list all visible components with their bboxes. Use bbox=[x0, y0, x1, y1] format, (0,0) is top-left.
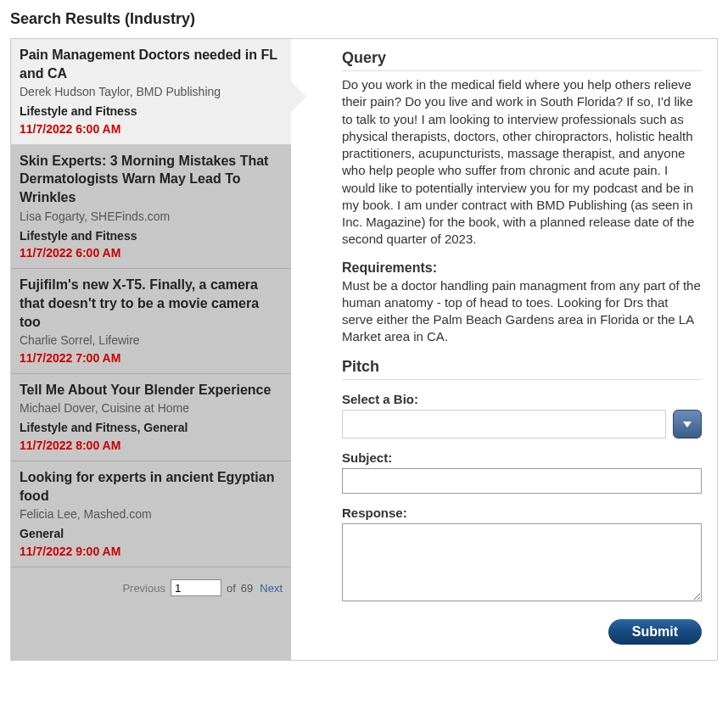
pager-of-label: of bbox=[227, 582, 236, 595]
result-date: 11/7/2022 8:00 AM bbox=[20, 438, 283, 454]
pager-total-pages: 69 bbox=[241, 582, 253, 595]
subject-label: Subject: bbox=[342, 450, 702, 465]
pitch-heading: Pitch bbox=[342, 358, 702, 380]
result-title: Looking for experts in ancient Egyptian … bbox=[20, 468, 283, 505]
result-tags: General bbox=[20, 526, 283, 542]
response-textarea[interactable] bbox=[342, 523, 702, 601]
result-date: 11/7/2022 6:00 AM bbox=[20, 121, 283, 137]
result-date: 11/7/2022 7:00 AM bbox=[20, 350, 283, 366]
bio-select[interactable] bbox=[342, 410, 666, 439]
pager: Previous of 69 Next bbox=[11, 567, 291, 630]
result-title: Pain Management Doctors needed in FL and… bbox=[20, 46, 283, 82]
result-item[interactable]: Looking for experts in ancient Egyptian … bbox=[11, 461, 291, 567]
result-date: 11/7/2022 9:00 AM bbox=[20, 544, 283, 560]
requirements-heading: Requirements: bbox=[342, 260, 702, 276]
result-author: Lisa Fogarty, SHEFinds.com bbox=[20, 209, 283, 225]
result-item[interactable]: Skin Experts: 3 Morning Mistakes That De… bbox=[11, 145, 291, 269]
result-tags: Lifestyle and Fitness bbox=[20, 103, 283, 120]
response-label: Response: bbox=[342, 506, 702, 520]
result-tags: Lifestyle and Fitness, General bbox=[20, 420, 283, 436]
result-date: 11/7/2022 6:00 AM bbox=[20, 245, 283, 261]
result-item[interactable]: Tell Me About Your Blender ExperienceMic… bbox=[11, 374, 291, 461]
result-author: Derek Hudson Taylor, BMD Publishing bbox=[20, 84, 283, 100]
result-title: Skin Experts: 3 Morning Mistakes That De… bbox=[20, 152, 283, 207]
result-author: Charlie Sorrel, Lifewire bbox=[20, 332, 283, 349]
result-item[interactable]: Pain Management Doctors needed in FL and… bbox=[11, 39, 291, 145]
bio-dropdown-button[interactable] bbox=[673, 410, 702, 439]
query-body: Do you work in the medical field where y… bbox=[342, 76, 702, 249]
bio-label: Select a Bio: bbox=[342, 392, 702, 406]
page-title: Search Results (Industry) bbox=[10, 10, 718, 28]
chevron-down-icon bbox=[681, 418, 693, 430]
result-author: Felicia Lee, Mashed.com bbox=[20, 506, 283, 522]
query-heading: Query bbox=[342, 49, 702, 71]
submit-button[interactable]: Submit bbox=[608, 619, 702, 645]
subject-input[interactable] bbox=[342, 468, 702, 494]
result-tags: Lifestyle and Fitness bbox=[20, 228, 283, 244]
pager-previous[interactable]: Previous bbox=[122, 582, 165, 595]
pager-current-page-input[interactable] bbox=[171, 579, 221, 596]
svg-marker-0 bbox=[683, 422, 692, 427]
result-title: Tell Me About Your Blender Experience bbox=[20, 381, 283, 399]
pager-next[interactable]: Next bbox=[260, 582, 283, 595]
result-title: Fujifilm's new X-T5. Finally, a camera t… bbox=[20, 276, 283, 331]
result-author: Michael Dover, Cuisine at Home bbox=[20, 400, 283, 416]
results-list: Pain Management Doctors needed in FL and… bbox=[11, 39, 291, 660]
result-item[interactable]: Fujifilm's new X-T5. Finally, a camera t… bbox=[11, 269, 291, 374]
detail-pane: Query Do you work in the medical field w… bbox=[291, 39, 717, 660]
requirements-body: Must be a doctor handling pain managment… bbox=[342, 277, 702, 346]
